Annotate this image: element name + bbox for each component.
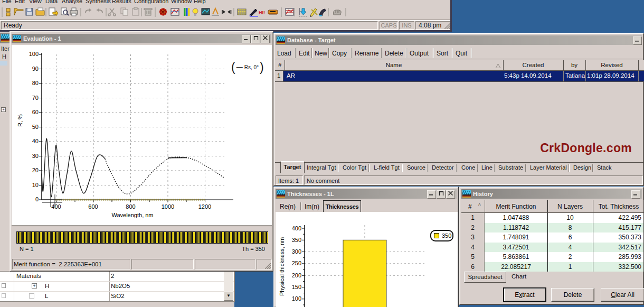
svg-text:HI!: HI! xyxy=(259,10,265,15)
